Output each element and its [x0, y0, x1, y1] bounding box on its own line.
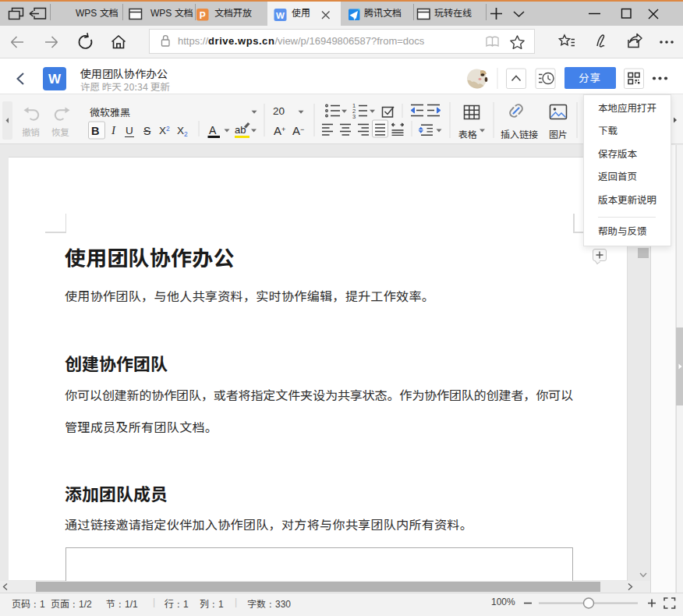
svg-text:P: P — [200, 10, 206, 21]
svg-text:3: 3 — [352, 113, 356, 120]
svg-text:W: W — [276, 11, 285, 20]
svg-text:W: W — [48, 72, 62, 87]
